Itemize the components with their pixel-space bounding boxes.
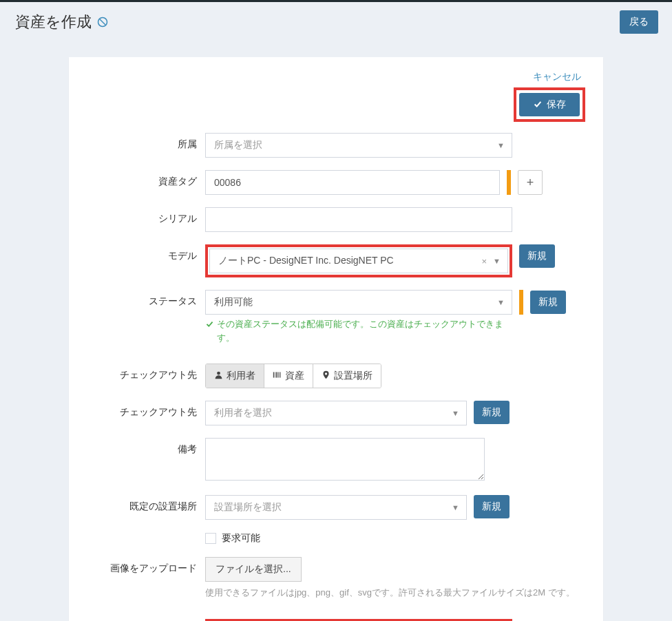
checkout-location-label: 設置場所	[334, 370, 372, 382]
status-new-button[interactable]: 新規	[530, 291, 566, 314]
label-affiliation: 所属	[87, 133, 205, 151]
row-image-upload: 画像をアップロード ファイルを選択... 使用できるファイルはjpg、png、g…	[87, 557, 585, 600]
row-checkout-to-select: チェックアウト先 利用者を選択 ▼ 新規	[87, 401, 585, 425]
requestable-checkbox[interactable]	[205, 533, 216, 544]
checkout-to-user-button[interactable]: 利用者	[206, 364, 264, 388]
chevron-down-icon: ▼	[493, 257, 501, 265]
page-title: 資産を作成	[15, 12, 92, 32]
chevron-down-icon: ▼	[452, 409, 459, 417]
svg-rect-5	[276, 372, 277, 377]
requestable-checkbox-wrap: 要求可能	[205, 532, 512, 545]
model-select[interactable]: ノートPC - DesigNET Inc. DesigNET PC × ▼	[209, 249, 508, 273]
label-model: モデル	[87, 244, 205, 262]
page-title-wrap: 資産を作成	[15, 12, 108, 32]
label-checkout-to-type: チェックアウト先	[87, 364, 205, 381]
requestable-label: 要求可能	[222, 532, 260, 545]
default-location-new-button[interactable]: 新規	[474, 495, 510, 518]
label-computer-name: コンピュータ名	[87, 619, 205, 622]
location-icon	[322, 370, 330, 381]
label-image-upload: 画像をアップロード	[87, 557, 205, 575]
default-location-select[interactable]: 設置場所を選択 ▼	[205, 495, 467, 520]
label-default-location: 既定の設置場所	[87, 495, 205, 513]
cancel-link[interactable]: キャンセル	[533, 71, 581, 83]
row-notes: 備考	[87, 438, 585, 483]
row-checkout-to-type: チェックアウト先 利用者 資産 設置場所	[87, 364, 585, 388]
svg-rect-3	[273, 372, 274, 377]
label-checkout-to-select: チェックアウト先	[87, 401, 205, 419]
notes-textarea[interactable]	[205, 438, 485, 481]
label-status: ステータス	[87, 290, 205, 308]
chevron-down-icon: ▼	[452, 503, 459, 512]
barcode-icon	[273, 370, 282, 381]
row-default-location: 既定の設置場所 設置場所を選択 ▼ 新規	[87, 495, 585, 520]
form: 所属 所属を選択 ▼ 資産タグ + シリアル	[87, 133, 585, 621]
checkout-to-placeholder: 利用者を選択	[214, 407, 272, 419]
status-value: 利用可能	[214, 296, 253, 308]
required-indicator	[519, 290, 523, 315]
checkout-to-new-button[interactable]: 新規	[474, 401, 510, 424]
label-notes: 備考	[87, 438, 205, 456]
svg-rect-6	[278, 372, 279, 377]
checkout-to-location-button[interactable]: 設置場所	[313, 364, 381, 388]
checkout-to-select[interactable]: 利用者を選択 ▼	[205, 401, 467, 425]
model-value: ノートPC - DesigNET Inc. DesigNET PC	[218, 255, 394, 267]
svg-line-1	[100, 19, 105, 25]
top-actions: キャンセル 保存	[87, 71, 585, 122]
row-serial: シリアル	[87, 207, 585, 232]
model-new-button[interactable]: 新規	[519, 244, 555, 268]
computer-name-highlight	[205, 619, 512, 622]
content-card: キャンセル 保存 所属 所属を選択 ▼ 資産タグ	[69, 57, 603, 621]
clear-icon[interactable]: ×	[481, 256, 487, 266]
row-status: ステータス 利用可能 ▼ その資産ステータスは配備可能です。この資産はチェックア…	[87, 290, 585, 344]
checkout-asset-label: 資産	[285, 370, 304, 382]
add-asset-tag-button[interactable]: +	[518, 170, 543, 195]
affiliation-select[interactable]: 所属を選択 ▼	[205, 133, 512, 158]
chevron-down-icon: ▼	[497, 141, 505, 149]
row-affiliation: 所属 所属を選択 ▼	[87, 133, 585, 158]
row-model: モデル ノートPC - DesigNET Inc. DesigNET PC × …	[87, 244, 585, 277]
checkout-user-label: 利用者	[227, 370, 255, 382]
save-button-label: 保存	[547, 98, 566, 111]
page-header: 資産を作成 戻る	[0, 2, 672, 41]
label-requestable-empty	[87, 532, 205, 538]
serial-input[interactable]	[205, 207, 512, 232]
status-help-text: その資産ステータスは配備可能です。この資産はチェックアウトできます。	[205, 317, 512, 344]
svg-rect-4	[275, 372, 275, 377]
user-icon	[214, 370, 223, 381]
check-icon	[205, 319, 214, 328]
required-indicator	[507, 170, 511, 195]
back-button[interactable]: 戻る	[620, 10, 658, 34]
row-requestable: 要求可能	[87, 532, 585, 545]
label-asset-tag: 資産タグ	[87, 170, 205, 188]
svg-rect-7	[280, 372, 280, 377]
svg-point-2	[217, 372, 220, 375]
chevron-down-icon: ▼	[497, 298, 505, 306]
check-icon	[533, 99, 543, 111]
checkout-to-asset-button[interactable]: 資産	[264, 364, 313, 388]
checkout-to-button-group: 利用者 資産 設置場所	[205, 364, 381, 388]
label-serial: シリアル	[87, 207, 205, 225]
asset-tag-input[interactable]	[205, 170, 500, 195]
default-location-placeholder: 設置場所を選択	[214, 501, 282, 514]
status-select[interactable]: 利用可能 ▼	[205, 290, 512, 315]
save-button-highlight: 保存	[514, 87, 585, 122]
model-highlight: ノートPC - DesigNET Inc. DesigNET PC × ▼	[205, 244, 512, 277]
row-asset-tag: 資産タグ +	[87, 170, 585, 195]
file-help-text: 使用できるファイルはjpg、png、gif、svgです。許可される最大ファイルサ…	[205, 586, 577, 600]
save-button[interactable]: 保存	[519, 93, 580, 116]
row-computer-name: コンピュータ名	[87, 619, 585, 622]
affiliation-placeholder: 所属を選択	[214, 139, 262, 151]
file-select-button[interactable]: ファイルを選択...	[205, 557, 302, 582]
help-icon[interactable]	[97, 17, 108, 28]
